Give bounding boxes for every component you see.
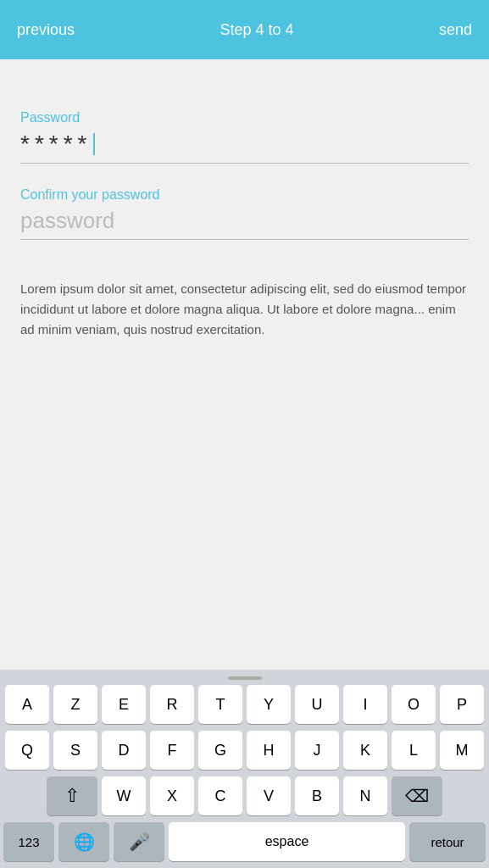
space-key[interactable]: espace bbox=[169, 822, 405, 861]
confirm-password-label: Confirm your password bbox=[20, 187, 469, 203]
password-value: ***** bbox=[20, 131, 92, 158]
key-H[interactable]: H bbox=[247, 731, 291, 770]
key-P[interactable]: P bbox=[440, 685, 484, 724]
cursor-indicator bbox=[93, 133, 95, 155]
key-Z[interactable]: Z bbox=[53, 685, 97, 724]
key-X[interactable]: X bbox=[150, 776, 194, 815]
num-key[interactable]: 123 bbox=[3, 822, 54, 861]
key-W[interactable]: W bbox=[102, 776, 146, 815]
form-area: Password ***** Confirm your password pas… bbox=[0, 59, 489, 670]
return-key[interactable]: retour bbox=[409, 822, 486, 861]
keyboard-bottom-row: 123 🌐 🎤 espace retour bbox=[3, 822, 486, 861]
key-T[interactable]: T bbox=[198, 685, 242, 724]
key-I[interactable]: I bbox=[343, 685, 387, 724]
key-V[interactable]: V bbox=[247, 776, 291, 815]
step-indicator: Step 4 to 4 bbox=[219, 21, 293, 39]
keyboard-handle bbox=[3, 676, 486, 680]
key-F[interactable]: F bbox=[150, 731, 194, 770]
confirm-password-input[interactable]: password bbox=[20, 208, 469, 240]
key-R[interactable]: R bbox=[150, 685, 194, 724]
confirm-password-field-group: Confirm your password password bbox=[20, 187, 469, 240]
password-label: Password bbox=[20, 110, 469, 125]
top-navigation-bar: previous Step 4 to 4 send bbox=[0, 0, 489, 59]
key-G[interactable]: G bbox=[198, 731, 242, 770]
key-Q[interactable]: Q bbox=[5, 731, 49, 770]
key-S[interactable]: S bbox=[53, 731, 97, 770]
key-O[interactable]: O bbox=[392, 685, 436, 724]
key-C[interactable]: C bbox=[198, 776, 242, 815]
globe-key[interactable]: 🌐 bbox=[58, 822, 109, 861]
key-K[interactable]: K bbox=[343, 731, 387, 770]
key-M[interactable]: M bbox=[440, 731, 484, 770]
backspace-key[interactable]: ⌫ bbox=[392, 776, 442, 815]
password-field-group: Password ***** bbox=[20, 110, 469, 164]
previous-button[interactable]: previous bbox=[17, 14, 75, 46]
send-button[interactable]: send bbox=[439, 14, 472, 46]
key-Y[interactable]: Y bbox=[247, 685, 291, 724]
key-L[interactable]: L bbox=[392, 731, 436, 770]
key-J[interactable]: J bbox=[295, 731, 339, 770]
key-U[interactable]: U bbox=[295, 685, 339, 724]
microphone-key[interactable]: 🎤 bbox=[114, 822, 164, 861]
key-B[interactable]: B bbox=[295, 776, 339, 815]
keyboard-row-1: A Z E R T Y U I O P bbox=[3, 685, 486, 724]
key-N[interactable]: N bbox=[343, 776, 387, 815]
key-E[interactable]: E bbox=[102, 685, 146, 724]
password-input-wrapper[interactable]: ***** bbox=[20, 131, 469, 164]
keyboard-handle-bar bbox=[228, 676, 262, 680]
keyboard-row-2: Q S D F G H J K L M bbox=[3, 731, 486, 770]
key-A[interactable]: A bbox=[5, 685, 49, 724]
keyboard-row-3: ⇧ W X C V B N ⌫ bbox=[3, 776, 486, 815]
description-text: Lorem ipsum dolor sit amet, consectetur … bbox=[20, 279, 469, 340]
shift-key[interactable]: ⇧ bbox=[47, 776, 97, 815]
key-D[interactable]: D bbox=[102, 731, 146, 770]
on-screen-keyboard: A Z E R T Y U I O P Q S D F G H J K L M … bbox=[0, 670, 489, 868]
